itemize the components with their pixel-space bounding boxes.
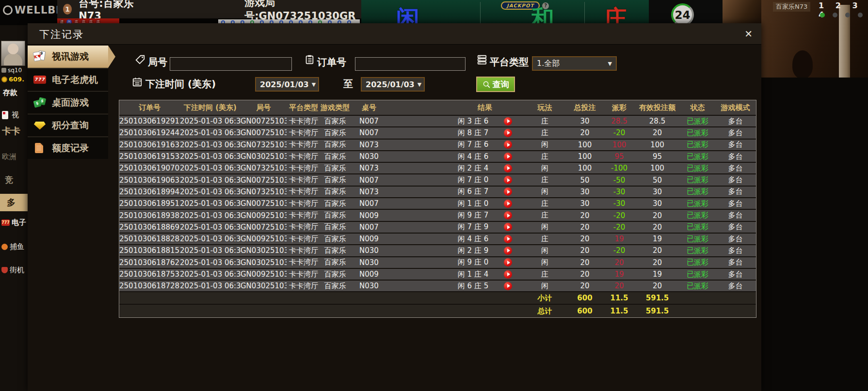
tab-points[interactable]: 积分查询 [28, 114, 108, 136]
platform-icon [477, 54, 487, 65]
replay-play-icon[interactable] [504, 282, 512, 290]
close-icon[interactable]: ✕ [744, 28, 753, 40]
tab-quota-records[interactable]: 额度记录 [28, 137, 108, 159]
replay-play-icon[interactable] [504, 223, 512, 231]
camera-dots[interactable] [820, 13, 863, 17]
col-header: 派彩 [604, 103, 634, 112]
modal-titlebar: 下注记录 ✕ [28, 23, 761, 45]
sidebar-item-sports[interactable]: 竞 [5, 174, 13, 186]
tab-video-games[interactable]: 9K♥ 视讯游戏 [28, 46, 108, 68]
cell-table-number: N007 [350, 117, 388, 125]
date-to-select[interactable]: 2025/01/03 ▼ [361, 77, 425, 92]
col-header: 有效投注额 [634, 103, 680, 112]
cell-game-type: 百家乐 [321, 152, 350, 161]
search-button[interactable]: 查询 [476, 77, 515, 92]
table-row: 250103061915382 2025-01-03 06:34:32 GN03… [119, 151, 756, 163]
top-game-bar: WELLBET 1 台号:百家乐N73 游戏局号:GN073251030GR 进… [0, 0, 868, 25]
result-text: 闲 9 庄 7 [458, 211, 488, 220]
col-header: 游戏模式 [715, 103, 756, 112]
platform-select[interactable]: 1.全部 ▼ [532, 56, 617, 71]
date-from-value: 2025/01/03 [260, 80, 309, 89]
replay-play-icon[interactable] [504, 176, 512, 184]
camera-dot-icon[interactable] [820, 13, 825, 17]
status-badge: 已派彩 [680, 246, 715, 255]
calendar-icon [132, 77, 143, 87]
bet-banker-spot[interactable]: 庄 [604, 7, 627, 25]
cell-platform: 卡卡湾厅 [287, 152, 321, 161]
cell-round-id: GN007251030F8 [241, 176, 287, 185]
camera-dot-icon[interactable] [833, 13, 837, 17]
sidebar-item-arcade[interactable]: 街机 [1, 266, 24, 275]
replay-play-icon[interactable] [504, 211, 512, 219]
replay-play-icon[interactable] [504, 117, 512, 125]
cell-table-number: N009 [350, 270, 388, 279]
sidebar-item-fishing[interactable]: 捕鱼 [1, 242, 24, 251]
date-from-select[interactable]: 2025/01/03 ▼ [255, 77, 319, 92]
grand-total-row: 总计 600 11.5 591.5 [119, 305, 756, 317]
cell-valid-bet: 20 [634, 223, 680, 232]
replay-play-icon[interactable] [504, 258, 512, 266]
replay-play-icon[interactable] [504, 235, 512, 243]
replay-play-icon[interactable] [504, 188, 512, 196]
cell-order-number: 250103061907064 [119, 164, 180, 172]
sidebar-item-brand[interactable]: 卡卡 [2, 125, 20, 138]
cell-round-id: GN009251030EI [241, 235, 287, 243]
cell-order-number: 250103061895150 [119, 199, 180, 208]
col-header: 平台类型 [287, 103, 321, 112]
col-header: 玩法 [524, 103, 565, 112]
cell-game-type: 百家乐 [321, 235, 350, 244]
cell-game-type: 百家乐 [321, 187, 350, 196]
order-input[interactable] [355, 57, 466, 71]
sidebar-item-slots[interactable]: 777 电子 [1, 218, 26, 227]
bet-player-spot[interactable]: 闲 [396, 7, 419, 25]
live-video-feed[interactable]: 百家乐N73 1 2 3 4 [761, 0, 868, 78]
replay-play-icon[interactable] [504, 270, 512, 279]
round-input[interactable] [170, 57, 292, 71]
camera-dot-icon[interactable] [845, 13, 850, 17]
cell-table-number: N030 [350, 246, 388, 255]
cell-platform: 卡卡湾厅 [287, 164, 321, 173]
cell-valid-bet: 95 [634, 152, 680, 161]
cell-game-type: 百家乐 [321, 164, 350, 173]
replay-play-icon[interactable] [504, 141, 512, 149]
cell-play-type: 闲 [524, 187, 565, 196]
sidebar-item-arcade-label: 街机 [10, 266, 24, 275]
sidebar-item-europe[interactable]: 欧洲 [2, 152, 16, 161]
tab-slots[interactable]: 777 电子老虎机 [28, 68, 108, 91]
deposit-button[interactable]: 存款 [3, 88, 17, 97]
cell-game-mode: 多台 [715, 187, 756, 196]
tab-table-games[interactable]: $$ 桌面游戏 [28, 91, 108, 113]
cell-order-number: 250103061899440 [119, 188, 180, 196]
replay-play-icon[interactable] [504, 129, 512, 137]
replay-play-icon[interactable] [504, 153, 512, 161]
cell-bet-time: 2025-01-03 06:31:54 [180, 235, 241, 243]
result-text: 闲 4 庄 6 [458, 152, 488, 161]
bet-tie-spot[interactable]: 和 [531, 7, 554, 25]
replay-play-icon[interactable] [504, 164, 512, 172]
sidebar-item-video[interactable]: 视 [2, 110, 19, 120]
replay-play-icon[interactable] [504, 247, 512, 255]
cell-platform: 卡卡湾厅 [287, 246, 321, 255]
cell-game-type: 百家乐 [321, 128, 350, 138]
cell-payout: -50 [604, 176, 634, 185]
camera-dot-icon[interactable] [858, 13, 863, 17]
tab-slots-label: 电子老虎机 [52, 74, 98, 86]
cell-order-number: 250103061872818 [119, 282, 180, 290]
slot-777-icon: 777 [1, 219, 10, 226]
cell-platform: 卡卡湾厅 [287, 222, 321, 232]
result-text: 闲 2 庄 9 [458, 246, 488, 255]
cell-table-number: N030 [350, 152, 388, 161]
sidebar-item-multi-active[interactable]: 多 [0, 194, 28, 211]
cell-valid-bet: 30 [634, 199, 680, 208]
bet-records-modal: 下注记录 ✕ 9K♥ 视讯游戏 777 电子老虎机 $$ 桌面游戏 积分查询 [28, 23, 761, 391]
status-badge: 已派彩 [680, 164, 715, 173]
modal-tabs: 9K♥ 视讯游戏 777 电子老虎机 $$ 桌面游戏 积分查询 额度记录 [28, 46, 108, 159]
cell-round-id: GN007251030F6 [241, 223, 287, 232]
replay-play-icon[interactable] [504, 200, 512, 208]
cell-play-type: 闲 [524, 258, 565, 267]
cell-total-bet: 20 [565, 235, 604, 243]
table-header-row: 订单号 下注时间 (美东) 局号 平台类型 游戏类型 桌号 结果 玩法 总投注 … [119, 100, 756, 116]
table-row: 250103061876201 2025-01-03 06:31:25 GN03… [119, 257, 756, 269]
avatar[interactable] [1, 41, 25, 66]
chevron-down-icon: ▼ [418, 81, 421, 88]
